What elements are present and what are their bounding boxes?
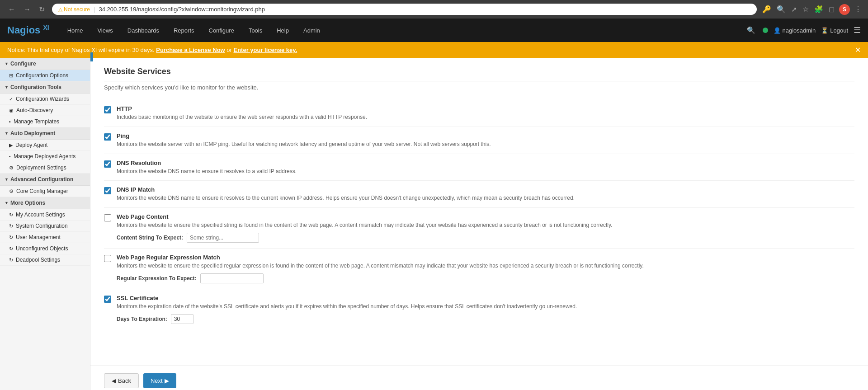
- bookmark-icon[interactable]: ☆: [802, 4, 810, 14]
- sidebar-header-config-tools[interactable]: Configuration Tools: [0, 81, 90, 94]
- header-search-icon[interactable]: 🔍: [745, 24, 757, 36]
- license-key-link[interactable]: Enter your license key.: [234, 47, 297, 53]
- deploy-settings-icon: ⚙: [9, 165, 14, 171]
- browser-chrome: ← → ↻ △ Not secure | 34.200.255.19/nagio…: [0, 0, 868, 19]
- dns-ip-match-name: DNS IP Match: [117, 186, 854, 193]
- ping-info: Ping Monitors the website server with an…: [117, 132, 854, 148]
- sidebar-item-unconfig-objects[interactable]: ↻ Unconfigured Objects: [0, 243, 90, 254]
- days-expiration-input[interactable]: [171, 314, 193, 324]
- web-page-content-checkbox[interactable]: [104, 214, 111, 221]
- ping-checkbox[interactable]: [104, 133, 111, 141]
- nav-home[interactable]: Home: [60, 19, 90, 42]
- unconfig-objects-icon: ↻: [9, 246, 13, 252]
- sidebar-item-user-mgmt[interactable]: ↻ User Management: [0, 232, 90, 243]
- forward-button[interactable]: →: [21, 5, 33, 14]
- service-web-page-content: Web Page Content Monitors the website to…: [104, 208, 854, 249]
- ssl-cert-checkbox[interactable]: [104, 296, 111, 303]
- hamburger-menu[interactable]: ☰: [854, 25, 861, 35]
- http-name: HTTP: [117, 105, 854, 112]
- content-wrapper: Website Services Specify which services …: [90, 58, 868, 390]
- sidebar-header-configure[interactable]: Configure: [0, 58, 90, 70]
- sidebar-section-config-tools: Configuration Tools ✓ Configuration Wiza…: [0, 81, 90, 127]
- wizard-indicator: [90, 58, 93, 61]
- nav-right: 🔍 👤 nagiosadmin ⏳ Logout ☰: [745, 24, 861, 36]
- dns-resolution-desc: Monitors the website DNS name to ensure …: [117, 168, 854, 175]
- url-text: 34.200.255.19/nagiosxi/config/?xiwindow=…: [99, 6, 750, 13]
- http-desc: Includes basic monitoring of the website…: [117, 113, 854, 121]
- back-button[interactable]: ◀ Back: [104, 373, 139, 388]
- sidebar-item-core-config[interactable]: ⚙ Core Config Manager: [0, 186, 90, 197]
- nav-menu: Home Views Dashboards Reports Configure …: [60, 19, 745, 42]
- sidebar-header-advanced-config[interactable]: Advanced Configuration: [0, 174, 90, 186]
- content-string-label: Content String To Expect:: [117, 235, 183, 241]
- page-subtitle: Specify which services you'd like to mon…: [104, 84, 854, 91]
- sidebar-item-deadpool[interactable]: ↻ Deadpool Settings: [0, 254, 90, 266]
- window-icon[interactable]: ◻: [828, 4, 835, 14]
- purchase-link[interactable]: Purchase a License Now: [156, 47, 225, 53]
- nav-views[interactable]: Views: [90, 19, 120, 42]
- sidebar-header-more-options[interactable]: More Options: [0, 197, 90, 209]
- regex-string-input[interactable]: [200, 273, 264, 283]
- nav-reports[interactable]: Reports: [166, 19, 202, 42]
- deploy-agent-icon: ▶: [9, 142, 13, 148]
- next-icon: ▶: [165, 377, 169, 384]
- refresh-button[interactable]: ↻: [36, 4, 47, 14]
- nav-tools[interactable]: Tools: [241, 19, 269, 42]
- web-page-content-info: Web Page Content Monitors the website to…: [117, 213, 854, 243]
- dns-resolution-checkbox[interactable]: [104, 160, 111, 168]
- content-string-field: Content String To Expect:: [117, 233, 854, 243]
- key-icon[interactable]: 🔑: [761, 4, 772, 14]
- share-icon[interactable]: ➚: [790, 4, 798, 14]
- http-checkbox[interactable]: [104, 106, 111, 113]
- bottom-buttons: ◀ Back Next ▶: [90, 366, 868, 390]
- sidebar-item-deploy-settings[interactable]: ⚙ Deployment Settings: [0, 162, 90, 174]
- chrome-menu-icon[interactable]: ⋮: [854, 4, 863, 14]
- notice-close-button[interactable]: ✕: [855, 46, 861, 54]
- dns-ip-match-checkbox[interactable]: [104, 187, 111, 194]
- deadpool-icon: ↻: [9, 257, 13, 263]
- service-ping: Ping Monitors the website server with an…: [104, 127, 854, 154]
- dns-resolution-info: DNS Resolution Monitors the website DNS …: [117, 160, 854, 175]
- address-bar[interactable]: △ Not secure | 34.200.255.19/nagiosxi/co…: [52, 4, 757, 15]
- logout-icon: ⏳: [821, 27, 828, 34]
- manage-templates-icon: ▪: [9, 119, 11, 124]
- config-wizards-icon: ✓: [9, 96, 13, 102]
- back-icon: ◀: [112, 377, 116, 384]
- sidebar-item-config-wizards[interactable]: ✓ Configuration Wizards: [0, 94, 90, 105]
- sidebar-item-system-config[interactable]: ↻ System Configuration: [0, 221, 90, 232]
- ssl-cert-name: SSL Certificate: [117, 295, 854, 301]
- search-icon[interactable]: 🔍: [776, 4, 787, 14]
- nagios-logo: Nagios XI: [7, 24, 49, 36]
- days-expiration-field: Days To Expiration:: [117, 314, 854, 324]
- nav-configure[interactable]: Configure: [202, 19, 241, 42]
- sidebar-item-config-options[interactable]: ⊞ Configuration Options: [0, 70, 90, 81]
- sidebar-item-account-settings[interactable]: ↻ My Account Settings: [0, 209, 90, 221]
- ping-desc: Monitors the website server with an ICMP…: [117, 141, 854, 148]
- nav-admin[interactable]: Admin: [296, 19, 327, 42]
- back-button[interactable]: ←: [5, 5, 18, 14]
- sidebar-item-manage-agents[interactable]: ▪ Manage Deployed Agents: [0, 151, 90, 162]
- sidebar-header-auto-deployment[interactable]: Auto Deployment: [0, 127, 90, 140]
- regex-string-label: Regular Expression To Expect:: [117, 275, 197, 282]
- user-link[interactable]: 👤 nagiosadmin: [774, 27, 816, 34]
- sidebar-item-deploy-agent[interactable]: ▶ Deploy Agent: [0, 140, 90, 151]
- user-mgmt-icon: ↻: [9, 235, 13, 240]
- warning-icon: △: [58, 6, 62, 13]
- logout-link[interactable]: ⏳ Logout: [821, 27, 848, 34]
- sidebar-item-manage-templates[interactable]: ▪ Manage Templates: [0, 116, 90, 127]
- content-string-input[interactable]: [187, 233, 259, 243]
- user-avatar[interactable]: S: [839, 4, 850, 15]
- nav-dashboards[interactable]: Dashboards: [120, 19, 166, 42]
- auto-discovery-icon: ◉: [9, 108, 14, 113]
- browser-tools: 🔑 🔍 ➚ ☆ 🧩 ◻ S ⋮: [761, 4, 863, 15]
- web-page-regex-checkbox[interactable]: [104, 255, 111, 262]
- sidebar-section-configure: Configure ⊞ Configuration Options: [0, 58, 90, 81]
- extension-icon[interactable]: 🧩: [813, 4, 824, 14]
- sidebar-item-auto-discovery[interactable]: ◉ Auto-Discovery: [0, 105, 90, 116]
- next-button[interactable]: Next ▶: [143, 373, 176, 388]
- sidebar: Configure ⊞ Configuration Options Config…: [0, 58, 90, 390]
- page-title: Website Services: [104, 67, 854, 81]
- content-area: Website Services Specify which services …: [90, 58, 868, 366]
- days-expiration-label: Days To Expiration:: [117, 316, 167, 322]
- nav-help[interactable]: Help: [269, 19, 296, 42]
